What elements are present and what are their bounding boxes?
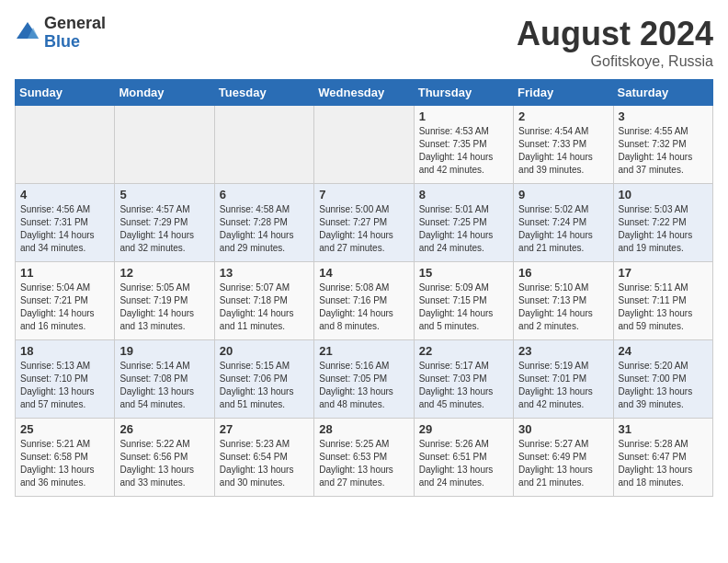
cell-content: Sunrise: 4:56 AMSunset: 7:31 PMDaylight:… [20,203,109,255]
calendar-cell [314,106,414,184]
cell-content: Sunrise: 4:54 AMSunset: 7:33 PMDaylight:… [518,125,608,177]
day-number: 28 [319,422,408,436]
day-number: 23 [518,344,608,358]
calendar-cell: 28Sunrise: 5:25 AMSunset: 6:53 PMDayligh… [314,419,414,497]
cell-content: Sunrise: 4:57 AMSunset: 7:29 PMDaylight:… [119,203,209,255]
day-number: 27 [220,422,309,436]
calendar-cell: 31Sunrise: 5:28 AMSunset: 6:47 PMDayligh… [613,419,712,497]
calendar-cell: 3Sunrise: 4:55 AMSunset: 7:32 PMDaylight… [613,106,712,184]
logo-text: General Blue [44,15,106,52]
day-number: 15 [419,266,508,280]
calendar-cell: 7Sunrise: 5:00 AMSunset: 7:27 PMDaylight… [314,184,414,262]
calendar-cell: 11Sunrise: 5:04 AMSunset: 7:21 PMDayligh… [16,262,115,340]
day-number: 13 [220,266,309,280]
calendar-cell: 23Sunrise: 5:19 AMSunset: 7:01 PMDayligh… [514,340,613,419]
weekday-header-monday: Monday [115,80,214,106]
day-number: 21 [319,344,408,358]
weekday-header-wednesday: Wednesday [314,80,414,106]
cell-content: Sunrise: 4:58 AMSunset: 7:28 PMDaylight:… [220,203,309,255]
day-number: 25 [20,422,109,436]
weekday-header-sunday: Sunday [16,80,115,106]
calendar-cell: 10Sunrise: 5:03 AMSunset: 7:22 PMDayligh… [613,184,712,262]
cell-content: Sunrise: 5:08 AMSunset: 7:16 PMDaylight:… [319,282,408,333]
calendar-cell: 22Sunrise: 5:17 AMSunset: 7:03 PMDayligh… [414,340,513,419]
logo-blue-label: Blue [44,33,106,52]
calendar-cell: 20Sunrise: 5:15 AMSunset: 7:06 PMDayligh… [214,340,313,419]
logo-general-label: General [44,15,106,33]
cell-content: Sunrise: 5:16 AMSunset: 7:05 PMDaylight:… [319,360,408,411]
cell-content: Sunrise: 5:13 AMSunset: 7:10 PMDaylight:… [20,360,109,411]
calendar-week-row: 25Sunrise: 5:21 AMSunset: 6:58 PMDayligh… [16,419,713,497]
calendar-cell: 1Sunrise: 4:53 AMSunset: 7:35 PMDaylight… [414,106,513,184]
cell-content: Sunrise: 5:15 AMSunset: 7:06 PMDaylight:… [220,360,309,411]
calendar-cell [214,106,313,184]
location-label: Gofitskoye, Russia [517,53,713,70]
calendar-week-row: 18Sunrise: 5:13 AMSunset: 7:10 PMDayligh… [16,340,713,419]
calendar-cell: 8Sunrise: 5:01 AMSunset: 7:25 PMDaylight… [414,184,513,262]
calendar-table: SundayMondayTuesdayWednesdayThursdayFrid… [15,79,713,497]
calendar-cell: 4Sunrise: 4:56 AMSunset: 7:31 PMDaylight… [16,184,115,262]
calendar-week-row: 4Sunrise: 4:56 AMSunset: 7:31 PMDaylight… [16,184,713,262]
calendar-cell: 25Sunrise: 5:21 AMSunset: 6:58 PMDayligh… [16,419,115,497]
page-header: General Blue August 2024 Gofitskoye, Rus… [15,15,713,70]
day-number: 1 [419,109,508,123]
day-number: 30 [518,422,608,436]
day-number: 8 [419,188,508,201]
calendar-cell: 14Sunrise: 5:08 AMSunset: 7:16 PMDayligh… [314,262,414,340]
calendar-cell: 2Sunrise: 4:54 AMSunset: 7:33 PMDaylight… [514,106,613,184]
weekday-header-tuesday: Tuesday [214,80,313,106]
day-number: 10 [619,188,708,201]
calendar-cell: 15Sunrise: 5:09 AMSunset: 7:15 PMDayligh… [414,262,513,340]
day-number: 9 [518,188,608,201]
calendar-cell: 30Sunrise: 5:27 AMSunset: 6:49 PMDayligh… [514,419,613,497]
calendar-cell: 27Sunrise: 5:23 AMSunset: 6:54 PMDayligh… [214,419,313,497]
calendar-cell: 6Sunrise: 4:58 AMSunset: 7:28 PMDaylight… [214,184,313,262]
weekday-header-thursday: Thursday [414,80,513,106]
calendar-header-row: SundayMondayTuesdayWednesdayThursdayFrid… [16,80,713,106]
calendar-cell: 24Sunrise: 5:20 AMSunset: 7:00 PMDayligh… [613,340,712,419]
title-block: August 2024 Gofitskoye, Russia [517,15,713,70]
cell-content: Sunrise: 5:23 AMSunset: 6:54 PMDaylight:… [220,438,309,489]
day-number: 19 [119,344,209,358]
cell-content: Sunrise: 5:27 AMSunset: 6:49 PMDaylight:… [518,438,608,489]
logo-icon [15,20,40,46]
calendar-cell: 17Sunrise: 5:11 AMSunset: 7:11 PMDayligh… [613,262,712,340]
cell-content: Sunrise: 5:14 AMSunset: 7:08 PMDaylight:… [119,360,209,411]
calendar-cell: 9Sunrise: 5:02 AMSunset: 7:24 PMDaylight… [514,184,613,262]
day-number: 14 [319,266,408,280]
cell-content: Sunrise: 5:25 AMSunset: 6:53 PMDaylight:… [319,438,408,489]
cell-content: Sunrise: 5:09 AMSunset: 7:15 PMDaylight:… [419,282,508,333]
day-number: 7 [319,188,408,201]
day-number: 22 [419,344,508,358]
cell-content: Sunrise: 5:11 AMSunset: 7:11 PMDaylight:… [619,282,708,333]
day-number: 4 [20,188,109,201]
day-number: 24 [619,344,708,358]
calendar-cell: 12Sunrise: 5:05 AMSunset: 7:19 PMDayligh… [115,262,214,340]
cell-content: Sunrise: 5:21 AMSunset: 6:58 PMDaylight:… [20,438,109,489]
calendar-cell: 18Sunrise: 5:13 AMSunset: 7:10 PMDayligh… [16,340,115,419]
cell-content: Sunrise: 5:20 AMSunset: 7:00 PMDaylight:… [619,360,708,411]
day-number: 5 [119,188,209,201]
calendar-week-row: 11Sunrise: 5:04 AMSunset: 7:21 PMDayligh… [16,262,713,340]
calendar-cell: 5Sunrise: 4:57 AMSunset: 7:29 PMDaylight… [115,184,214,262]
weekday-header-saturday: Saturday [613,80,712,106]
cell-content: Sunrise: 5:26 AMSunset: 6:51 PMDaylight:… [419,438,508,489]
logo: General Blue [15,15,106,52]
cell-content: Sunrise: 5:17 AMSunset: 7:03 PMDaylight:… [419,360,508,411]
cell-content: Sunrise: 4:53 AMSunset: 7:35 PMDaylight:… [419,125,508,177]
day-number: 12 [119,266,209,280]
cell-content: Sunrise: 5:07 AMSunset: 7:18 PMDaylight:… [220,282,309,333]
cell-content: Sunrise: 5:00 AMSunset: 7:27 PMDaylight:… [319,203,408,255]
calendar-cell: 13Sunrise: 5:07 AMSunset: 7:18 PMDayligh… [214,262,313,340]
calendar-cell [115,106,214,184]
cell-content: Sunrise: 5:03 AMSunset: 7:22 PMDaylight:… [619,203,708,255]
day-number: 29 [419,422,508,436]
calendar-cell: 26Sunrise: 5:22 AMSunset: 6:56 PMDayligh… [115,419,214,497]
cell-content: Sunrise: 5:02 AMSunset: 7:24 PMDaylight:… [518,203,608,255]
weekday-header-friday: Friday [514,80,613,106]
cell-content: Sunrise: 5:05 AMSunset: 7:19 PMDaylight:… [119,282,209,333]
day-number: 2 [518,109,608,123]
calendar-cell: 29Sunrise: 5:26 AMSunset: 6:51 PMDayligh… [414,419,513,497]
calendar-cell: 19Sunrise: 5:14 AMSunset: 7:08 PMDayligh… [115,340,214,419]
day-number: 6 [220,188,309,201]
